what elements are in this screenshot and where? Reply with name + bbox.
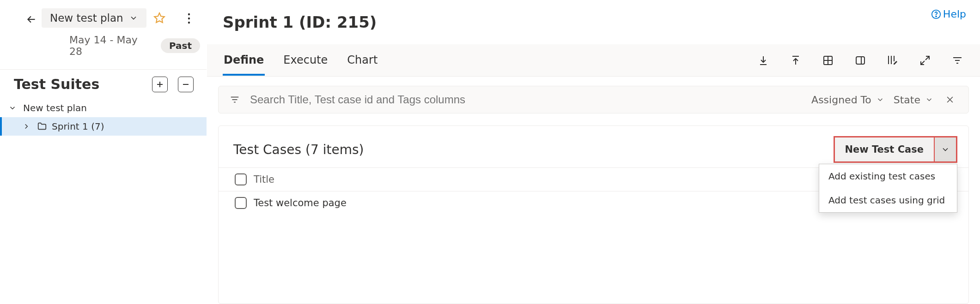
plan-selector[interactable]: New test plan [42, 8, 146, 28]
collapse-suite-button[interactable] [178, 77, 194, 92]
grid-icon [822, 55, 834, 66]
tree-item-label: Sprint 1 (7) [52, 121, 104, 132]
expand-icon [919, 55, 931, 66]
filter-icon [952, 55, 963, 66]
new-test-case-split: New Test Case Add existing test cases Ad… [834, 136, 957, 163]
more-actions-button[interactable] [181, 10, 197, 27]
folder-icon [37, 121, 47, 131]
favorite-button[interactable] [151, 10, 168, 26]
menu-add-existing[interactable]: Add existing test cases [819, 164, 957, 188]
plus-icon [156, 81, 164, 88]
minus-icon [182, 81, 189, 88]
plan-header: New test plan May 14 - May 28 Past [0, 0, 207, 69]
suites-header: Test Suites [0, 70, 207, 96]
suites-tree: New test plan Sprint 1 (7) [0, 96, 207, 138]
suites-heading: Test Suites [14, 76, 99, 92]
search-input[interactable] [249, 93, 802, 107]
close-icon [945, 95, 955, 104]
filter-label: Assigned To [811, 94, 871, 106]
chevron-down-icon [8, 104, 17, 112]
page-title: Sprint 1 (ID: 215) [207, 0, 980, 31]
filter-label: State [894, 94, 920, 106]
grid-view-button[interactable] [821, 54, 835, 67]
add-suite-button[interactable] [152, 77, 168, 92]
column-options-button[interactable] [886, 54, 900, 67]
tab-define[interactable]: Define [223, 45, 265, 76]
panel-right-icon [855, 55, 866, 66]
row-checkbox[interactable] [235, 197, 247, 209]
test-cases-panel: Test Cases (7 items) New Test Case Add e… [218, 125, 969, 304]
chevron-down-icon [129, 13, 138, 23]
tree-root[interactable]: New test plan [0, 99, 207, 117]
svg-point-2 [188, 18, 190, 19]
svg-point-3 [188, 22, 190, 24]
arrow-left-icon [25, 13, 37, 25]
new-test-case-button[interactable]: New Test Case [835, 144, 934, 155]
plan-status-badge: Past [161, 38, 200, 53]
export-button[interactable] [756, 54, 770, 67]
filter-state[interactable]: State [894, 94, 933, 106]
import-button[interactable] [789, 54, 803, 67]
help-label: Help [943, 8, 966, 20]
chevron-down-icon [941, 145, 950, 154]
fullscreen-button[interactable] [918, 54, 932, 67]
tab-label: Chart [347, 54, 377, 66]
side-panel-button[interactable] [853, 54, 867, 67]
svg-marker-0 [154, 13, 164, 23]
svg-point-1 [188, 13, 190, 15]
filter-lines-icon [230, 95, 240, 105]
svg-rect-7 [856, 57, 864, 64]
tab-execute[interactable]: Execute [282, 45, 329, 76]
tabs-bar: Define Execute Chart [207, 44, 980, 77]
new-test-case-dropdown-toggle[interactable] [934, 137, 956, 161]
left-panel: New test plan May 14 - May 28 Past Test … [0, 0, 207, 304]
chevron-right-icon [22, 122, 30, 131]
tab-chart[interactable]: Chart [346, 45, 378, 76]
help-link[interactable]: Help [931, 8, 966, 20]
col-title[interactable]: Title [254, 174, 823, 185]
more-vertical-icon [188, 13, 190, 24]
arrow-down-to-line-icon [758, 55, 769, 66]
search-bar: Assigned To State [218, 86, 969, 113]
back-button[interactable] [22, 10, 41, 29]
star-icon [153, 12, 165, 24]
tree-root-label: New test plan [23, 102, 87, 113]
new-test-case-menu: Add existing test cases Add test cases u… [819, 164, 957, 213]
plan-name: New test plan [50, 12, 123, 24]
chevron-down-icon [925, 95, 933, 104]
arrow-up-to-line-icon [790, 55, 801, 66]
tree-item-sprint1[interactable]: Sprint 1 (7) [0, 117, 207, 136]
cases-heading: Test Cases (7 items) [233, 142, 364, 157]
columns-edit-icon [887, 54, 899, 66]
svg-point-5 [936, 16, 937, 17]
right-panel: Help Sprint 1 (ID: 215) Define Execute C… [207, 0, 980, 304]
filter-assigned-to[interactable]: Assigned To [811, 94, 884, 106]
menu-add-grid[interactable]: Add test cases using grid [819, 188, 957, 212]
row-title: Test welcome page [254, 197, 823, 209]
tab-label: Define [224, 54, 264, 66]
select-all-checkbox[interactable] [235, 173, 247, 185]
help-icon [931, 9, 941, 19]
filter-button[interactable] [950, 54, 964, 67]
plan-date-range: May 14 - May 28 [69, 34, 152, 57]
clear-filters-button[interactable] [943, 95, 957, 104]
chevron-down-icon [876, 95, 884, 104]
tab-label: Execute [283, 54, 328, 66]
